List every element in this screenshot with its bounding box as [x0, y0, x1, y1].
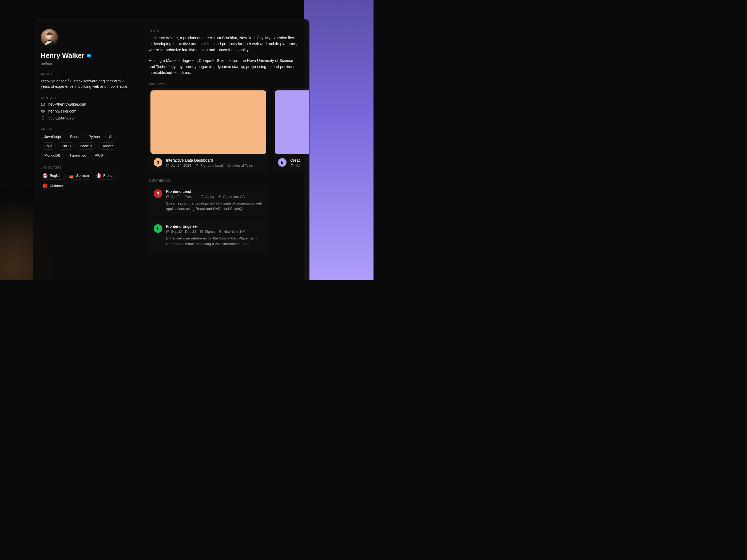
svg-point-22 — [157, 161, 158, 162]
skill-pill: CI/CD — [58, 142, 75, 150]
skills-label: SKILLS — [41, 127, 134, 130]
svg-rect-13 — [96, 174, 98, 178]
experience-label: EXPERIENCE — [149, 179, 298, 182]
phone-icon — [41, 116, 45, 120]
language-pill: Chinese — [41, 182, 67, 190]
intro-label: INTRO — [149, 29, 298, 32]
svg-point-53 — [220, 231, 221, 232]
skill-pill: Typescript — [66, 152, 89, 159]
contact-website[interactable]: henrywalker.com — [41, 109, 134, 113]
skill-pill: Node.js — [77, 142, 96, 150]
avatar[interactable] — [41, 29, 58, 46]
calendar-icon — [166, 195, 170, 198]
project-date: Ma — [290, 163, 300, 167]
project-hero-image — [151, 90, 266, 154]
company-icon — [154, 224, 162, 233]
experience-company: Alpha — [200, 195, 214, 199]
profile-name: Henry Walker — [41, 51, 84, 60]
location-icon — [218, 195, 222, 198]
experience-title: Frontend Lead — [166, 189, 263, 194]
skill-pill: Python — [85, 133, 103, 140]
languages-label: LANGUAGES — [41, 166, 134, 169]
experience-location: New York, NY — [218, 230, 245, 234]
project-hero-image — [275, 90, 309, 154]
svg-rect-48 — [201, 231, 203, 233]
project-date: Jan 24, 2024 — [166, 163, 191, 167]
project-title: Creat — [290, 158, 309, 162]
building-icon — [200, 230, 203, 233]
calendar-icon — [166, 164, 170, 167]
contact-phone[interactable]: 555-1234-5678 — [41, 116, 134, 120]
project-icon — [278, 158, 286, 167]
svg-rect-11 — [69, 177, 74, 178]
project-title: Interactive Data Dashboard — [166, 158, 264, 162]
language-name: Chinese — [50, 184, 63, 188]
location-icon — [218, 230, 222, 233]
experience-dates: Jan 24 - Present — [166, 195, 196, 199]
skill-pill: Docker — [98, 142, 117, 150]
skill-pill: React — [67, 133, 83, 140]
experience-title: Frontend Engineer — [166, 224, 263, 229]
svg-rect-44 — [166, 231, 169, 233]
svg-point-43 — [219, 196, 220, 197]
experience-list: Frontend LeadJan 24 - PresentAlphaCupert… — [149, 185, 298, 251]
svg-rect-34 — [166, 196, 169, 198]
experience-card[interactable]: Frontend LeadJan 24 - PresentAlphaCupert… — [149, 185, 268, 216]
languages-list: EnglishGermanFrenchChinese — [41, 172, 134, 190]
project-icon — [154, 158, 162, 167]
contact-phone-text: 555-1234-5678 — [48, 116, 74, 120]
project-role: Frontend Lead — [195, 163, 223, 167]
experience-dates: Sep 22 - Dec 23 — [166, 230, 196, 234]
svg-rect-38 — [201, 195, 203, 198]
projects-label: PROJECTS — [149, 83, 298, 86]
skill-pill: AWS — [92, 152, 106, 159]
project-card[interactable]: Interactive Data Dashboard Jan 24, 2024 … — [149, 88, 268, 172]
globe-icon — [41, 109, 45, 113]
language-name: German — [76, 174, 89, 178]
language-name: French — [103, 174, 114, 178]
calendar-icon — [166, 230, 170, 233]
experience-card[interactable]: Frontend EngineerSep 22 - Dec 23SigmaNew… — [149, 220, 268, 251]
experience-description: Enhanced user interfaces for the Sigma W… — [166, 236, 263, 247]
building-icon — [200, 195, 204, 198]
background-glow-right — [304, 0, 374, 280]
svg-rect-17 — [43, 184, 48, 188]
intro-paragraph-2: Holding a Master's degree in Computer Sc… — [149, 58, 298, 76]
svg-point-21 — [45, 186, 45, 186]
user-icon — [195, 164, 199, 167]
project-card[interactable]: Creat Ma — [273, 88, 309, 172]
skills-list: JavaScriptReactPythonGitAgileCI/CDNode.j… — [41, 133, 134, 159]
svg-point-18 — [45, 184, 45, 184]
flag-icon — [43, 174, 48, 178]
skill-pill: JavaScript — [41, 133, 65, 140]
profile-card: Henry Walker he/him ABOUT Brooklyn based… — [33, 19, 309, 280]
language-pill: English — [41, 172, 65, 180]
flag-icon — [69, 174, 74, 178]
project-category: Internal Tools — [227, 163, 253, 167]
svg-point-23 — [157, 162, 158, 163]
svg-rect-25 — [166, 164, 169, 167]
about-text: Brooklyn based full-stack software engin… — [41, 78, 129, 89]
calendar-icon — [290, 164, 294, 167]
svg-rect-14 — [98, 174, 100, 178]
svg-rect-24 — [158, 161, 159, 163]
skill-pill: Agile — [41, 142, 56, 150]
flag-icon — [43, 184, 48, 188]
projects-row: Interactive Data Dashboard Jan 24, 2024 … — [149, 88, 309, 172]
main-content: INTRO I'm Henry Walker, a product engine… — [143, 20, 309, 280]
intro-paragraph-1: I'm Henry Walker, a product engineer fro… — [149, 35, 298, 53]
svg-rect-15 — [100, 174, 101, 178]
language-pill: French — [95, 172, 118, 180]
svg-rect-10 — [69, 175, 74, 177]
company-icon — [154, 189, 162, 198]
skill-pill: Git — [105, 133, 117, 140]
experience-location: Cupertino, CA — [218, 195, 245, 199]
verified-badge-icon — [86, 53, 92, 58]
about-label: ABOUT — [41, 73, 134, 76]
skill-pill: MongoDB — [41, 152, 64, 159]
language-pill: German — [67, 172, 92, 180]
contact-email-text: hey@henrywalker.com — [48, 102, 86, 106]
experience-description: Spearheaded the development of a suite o… — [166, 201, 263, 212]
flag-icon — [96, 174, 101, 178]
contact-email[interactable]: hey@henrywalker.com — [41, 102, 134, 106]
